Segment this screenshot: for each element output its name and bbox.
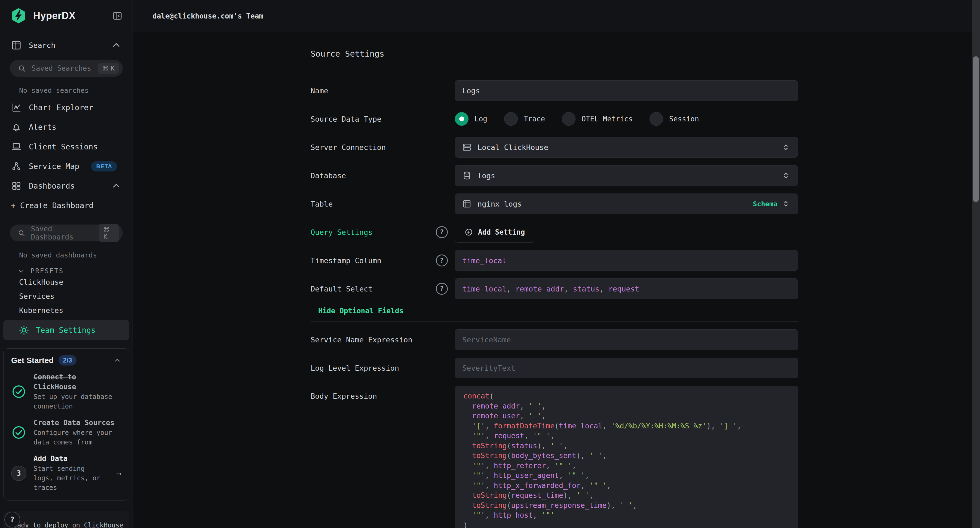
radio-trace[interactable]: Trace [504, 112, 545, 126]
code-line: '"', http_referer, '" ', [463, 461, 789, 471]
search-icon [18, 64, 26, 73]
source-data-type-label: Source Data Type [310, 108, 455, 129]
scrollbar-thumb[interactable] [973, 56, 979, 202]
sidebar-item-client-sessions[interactable]: Client Sessions [0, 137, 132, 156]
beta-badge: BETA [91, 161, 117, 172]
presets-header[interactable]: PRESETS [18, 267, 132, 275]
progress-badge: 2/3 [59, 355, 76, 366]
sidebar-item-team-settings[interactable]: Team Settings [3, 320, 129, 340]
server-connection-label: Server Connection [310, 137, 455, 157]
code-line: ) [463, 520, 789, 528]
saved-searches-input[interactable]: Saved Searches ⌘ K [10, 60, 123, 77]
help-button[interactable]: ? [4, 512, 20, 528]
get-started-step-add-data[interactable]: 3 Add Data Start sending logs, metrics, … [11, 454, 121, 493]
main-area: dale@clickhouse.com's Team Source Settin… [133, 0, 980, 528]
presets-label: PRESETS [30, 267, 64, 275]
client-sessions-laptop-icon [11, 141, 22, 152]
name-row: Name Logs [310, 80, 798, 101]
no-saved-dashboards-text: No saved dashboards [19, 251, 132, 259]
hyperdx-logo-icon [10, 7, 27, 24]
preset-item-services[interactable]: Services [19, 289, 132, 303]
table-label: Table [310, 194, 455, 214]
preset-item-clickhouse[interactable]: ClickHouse [19, 275, 132, 289]
code-line: toString(upstream_response_time), ' ', [463, 501, 789, 511]
team-settings-label: Team Settings [36, 326, 95, 335]
database-select[interactable]: logs [455, 165, 798, 186]
table-row: Table nginx_logs Schema [310, 194, 798, 214]
search-icon [18, 229, 25, 237]
hide-optional-fields-link[interactable]: Hide Optional Fields [318, 307, 798, 315]
sidebar-item-alerts[interactable]: Alerts [0, 117, 132, 137]
saved-dashboards-input[interactable]: Saved Dashboards ⌘ K [10, 224, 123, 242]
step-description: Start sending logs, metrics, or traces [33, 464, 108, 493]
arrow-right-icon: → [116, 468, 121, 479]
app-title: HyperDX [33, 10, 76, 22]
help-icon[interactable]: ? [436, 254, 448, 266]
timestamp-column-row: Timestamp Column ? time_local [310, 250, 798, 271]
default-select-input[interactable]: time_local, remote_addr, status, request [455, 278, 798, 299]
section-title: Source Settings [310, 48, 798, 60]
get-started-steps: Connect to ClickHouse Set up your databa… [11, 372, 121, 493]
radio-log[interactable]: Log [455, 112, 487, 126]
name-input[interactable]: Logs [455, 80, 798, 101]
page-body: Source Settings Name Logs Source Data Ty… [133, 32, 980, 528]
page-scrollbar[interactable] [972, 0, 980, 528]
radio-dot [649, 112, 663, 126]
code-line: '"', http_x_forwarded_for, '" ', [463, 481, 789, 491]
body-expression-label: Body Expression [310, 386, 455, 528]
sidebar-item-dashboards[interactable]: Dashboards [0, 176, 132, 196]
name-value: Logs [462, 87, 480, 95]
add-setting-button[interactable]: Add Setting [455, 222, 535, 242]
step-title: Add Data [33, 454, 108, 463]
timestamp-column-input[interactable]: time_local [455, 250, 798, 271]
table-value: nginx_logs [477, 200, 522, 208]
shortcut-cmd-k: ⌘ K [99, 224, 119, 242]
saved-searches-placeholder: Saved Searches [32, 64, 91, 72]
presets-list: ClickHouseServicesKubernetes [0, 275, 132, 317]
radio-dot [562, 112, 576, 126]
server-connection-select[interactable]: Local ClickHouse [455, 137, 798, 157]
create-dashboard-button[interactable]: + Create Dashboard [0, 196, 132, 215]
chevron-up-icon[interactable] [111, 40, 122, 51]
preset-item-kubernetes[interactable]: Kubernetes [19, 303, 132, 317]
get-started-step-connect-to-clickhouse[interactable]: Connect to ClickHouse Set up your databa… [11, 372, 121, 411]
log-level-input[interactable]: SeverityText [455, 358, 798, 378]
code-line: '"', http_host, '"' [463, 510, 789, 520]
alerts-bell-icon [11, 122, 22, 132]
log-level-placeholder: SeverityText [462, 364, 515, 372]
collapse-sidebar-icon[interactable] [112, 10, 123, 21]
query-settings-row: Query Settings ? Add Setting [310, 222, 798, 242]
code-line: '"', request, '" ', [463, 431, 789, 441]
table-select[interactable]: nginx_logs Schema [455, 194, 798, 214]
radio-session[interactable]: Session [649, 112, 699, 126]
schema-button[interactable]: Schema [753, 200, 778, 208]
radio-dot [455, 112, 468, 126]
get-started-step-create-data-sources[interactable]: Create Data Sources Configure where your… [11, 418, 121, 447]
database-row: Database logs [310, 165, 798, 186]
chevron-up-icon[interactable] [111, 180, 122, 191]
body-expression-editor[interactable]: concat( remote_addr, ' ', remote_user, '… [455, 386, 798, 528]
topbar: dale@clickhouse.com's Team [133, 0, 980, 32]
help-icon[interactable]: ? [436, 226, 448, 238]
sidebar-section-search[interactable]: Search [11, 40, 122, 51]
check-circle-icon [11, 425, 26, 440]
sidebar-header: HyperDX [0, 0, 132, 24]
get-started-header[interactable]: Get Started 2/3 [11, 355, 121, 366]
sidebar-item-chart-explorer[interactable]: Chart Explorer [0, 98, 132, 117]
code-line: concat( [463, 391, 789, 401]
code-line: '[', formatDateTime(time_local, '%d/%b/%… [463, 421, 789, 431]
help-icon[interactable]: ? [436, 283, 448, 295]
step-title: Connect to ClickHouse [33, 372, 121, 392]
radio-otel-metrics[interactable]: OTEL Metrics [562, 112, 633, 126]
sidebar-item-service-map[interactable]: Service Map BETA [0, 156, 132, 176]
timestamp-column-value: time_local [462, 256, 507, 265]
chevron-up-icon[interactable] [113, 356, 121, 364]
database-value: logs [477, 172, 495, 180]
question-mark-icon: ? [10, 515, 14, 524]
saved-dashboards-placeholder: Saved Dashboards [31, 225, 93, 241]
get-started-title: Get Started [11, 356, 54, 365]
service-name-input[interactable]: ServiceName [455, 329, 798, 350]
code-line: remote_addr, ' ', [463, 401, 789, 411]
code-line: toString(status), ' ', [463, 441, 789, 451]
plus-circle-icon [465, 228, 473, 237]
